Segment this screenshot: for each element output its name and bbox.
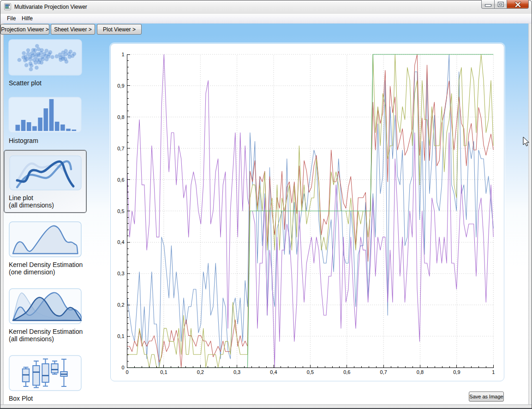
svg-text:0,8: 0,8 [117,114,124,120]
svg-text:0: 0 [126,369,128,375]
svg-text:0,1: 0,1 [117,333,124,339]
svg-text:0,2: 0,2 [117,302,124,308]
svg-text:0,4: 0,4 [270,369,277,375]
svg-text:0,6: 0,6 [117,177,124,183]
svg-text:0,3: 0,3 [233,369,240,375]
svg-text:0,8: 0,8 [417,369,424,375]
svg-text:0,2: 0,2 [197,369,204,375]
svg-text:1: 1 [492,369,495,375]
svg-text:0,3: 0,3 [117,271,124,276]
svg-text:0,6: 0,6 [343,369,350,375]
svg-text:0,9: 0,9 [117,83,124,89]
svg-text:0,5: 0,5 [307,369,314,375]
svg-text:0,4: 0,4 [117,239,124,245]
svg-text:1: 1 [121,52,124,57]
svg-text:0: 0 [121,365,124,370]
svg-text:0,5: 0,5 [117,208,124,214]
svg-text:0,7: 0,7 [117,146,124,151]
svg-text:0,7: 0,7 [380,369,387,375]
svg-text:0,9: 0,9 [453,369,460,375]
svg-text:0,1: 0,1 [160,369,167,375]
